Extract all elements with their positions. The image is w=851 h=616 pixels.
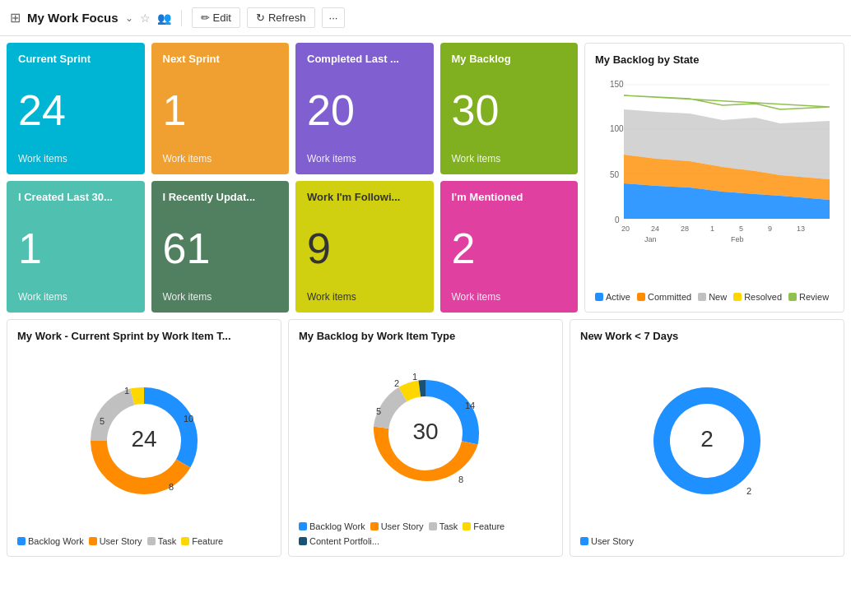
- new-work-donut-panel: New Work < 7 Days 2 2 User Story: [570, 319, 844, 557]
- completed-last-tile[interactable]: Completed Last ... 20 Work items: [295, 43, 434, 174]
- my-backlog-tile[interactable]: My Backlog 30 Work items: [440, 43, 579, 174]
- backlog-work-dot: [17, 537, 26, 545]
- legend-review: Review: [788, 292, 829, 302]
- user-story-label: User Story: [100, 536, 142, 546]
- legend-feature: Feature: [181, 536, 223, 546]
- backlog-donut-panel: My Backlog by Work Item Type: [288, 319, 563, 557]
- i-created-subtitle: Work items: [18, 291, 133, 303]
- legend-backlog-work: Backlog Work: [17, 536, 84, 546]
- backlog-state-chart-title: My Backlog by State: [595, 53, 834, 66]
- work-following-number: 9: [307, 206, 422, 291]
- title-chevron-icon[interactable]: ⌄: [125, 12, 133, 24]
- svg-text:28: 28: [681, 225, 689, 233]
- edit-button[interactable]: ✏ Edit: [192, 7, 240, 28]
- backlog-state-chart: 150 100 50 0: [595, 72, 834, 285]
- refresh-icon: ↻: [256, 12, 265, 24]
- svg-text:5: 5: [739, 225, 743, 233]
- svg-text:5: 5: [376, 406, 381, 416]
- current-sprint-donut-svg: 24 10 8 5 1: [62, 363, 226, 519]
- i-created-title: I Created Last 30...: [18, 191, 133, 203]
- task-label: Task: [158, 536, 177, 546]
- current-sprint-donut-container: 24 10 8 5 1: [17, 349, 271, 533]
- my-backlog-number: 30: [452, 68, 567, 153]
- my-backlog-title: My Backlog: [452, 53, 567, 65]
- svg-text:10: 10: [184, 414, 193, 424]
- backlog-donut-svg: 30 14 8 5 2 1: [343, 355, 508, 512]
- next-sprint-subtitle: Work items: [163, 153, 278, 164]
- svg-text:30: 30: [412, 419, 438, 444]
- work-following-subtitle: Work items: [307, 291, 422, 303]
- svg-text:1: 1: [710, 225, 714, 233]
- user-story-label-3: User Story: [591, 536, 634, 546]
- edit-icon: ✏: [201, 12, 210, 24]
- next-sprint-tile[interactable]: Next Sprint 1 Work items: [151, 43, 290, 174]
- i-created-tile[interactable]: I Created Last 30... 1 Work items: [7, 181, 145, 313]
- bottom-row: My Work - Current Sprint by Work Item T.…: [7, 319, 844, 557]
- i-recently-title: I Recently Updat...: [163, 191, 278, 203]
- content-portfolio-label: Content Portfoli...: [309, 536, 379, 546]
- legend-user-story-3: User Story: [580, 536, 634, 546]
- legend-user-story: User Story: [89, 536, 142, 546]
- my-backlog-subtitle: Work items: [452, 153, 567, 164]
- legend-task: Task: [147, 536, 177, 546]
- im-mentioned-tile[interactable]: I'm Mentioned 2 Work items: [440, 181, 579, 313]
- legend-backlog-work-2: Backlog Work: [299, 521, 365, 531]
- area-chart-svg: 150 100 50 0: [595, 72, 834, 253]
- i-recently-number: 61: [163, 206, 278, 291]
- backlog-work-dot-2: [299, 522, 307, 530]
- im-mentioned-number: 2: [452, 206, 567, 291]
- svg-text:1: 1: [124, 386, 129, 396]
- i-recently-tile[interactable]: I Recently Updat... 61 Work items: [151, 181, 290, 313]
- completed-last-title: Completed Last ...: [307, 53, 422, 65]
- tiles-row-2: I Created Last 30... 1 Work items I Rece…: [7, 181, 578, 313]
- resolved-label: Resolved: [744, 292, 782, 302]
- more-button[interactable]: ···: [322, 7, 346, 28]
- backlog-state-chart-panel: My Backlog by State 150 100 50 0: [584, 43, 844, 313]
- current-sprint-tile[interactable]: Current Sprint 24 Work items: [7, 43, 145, 174]
- legend-user-story-2: User Story: [370, 521, 424, 531]
- svg-text:2: 2: [746, 486, 751, 496]
- user-story-dot-3: [580, 537, 588, 545]
- current-sprint-donut-legend: Backlog Work User Story Task Feature: [17, 536, 271, 546]
- refresh-button[interactable]: ↻ Refresh: [247, 7, 315, 28]
- current-sprint-title: Current Sprint: [18, 53, 133, 65]
- user-story-dot: [89, 537, 97, 545]
- committed-label: Committed: [648, 292, 691, 302]
- legend-new: New: [698, 292, 727, 302]
- svg-text:20: 20: [621, 225, 630, 233]
- current-sprint-donut-title: My Work - Current Sprint by Work Item T.…: [17, 330, 271, 342]
- legend-feature-2: Feature: [463, 521, 505, 531]
- team-icon[interactable]: 👥: [157, 12, 171, 25]
- new-dot: [698, 293, 706, 301]
- new-work-donut-container: 2 2: [580, 349, 834, 533]
- active-dot: [595, 293, 603, 301]
- svg-text:50: 50: [610, 170, 620, 179]
- legend-active: Active: [595, 292, 630, 302]
- svg-text:100: 100: [610, 124, 624, 133]
- resolved-dot: [733, 293, 742, 301]
- current-sprint-number: 24: [18, 68, 133, 153]
- user-story-label-2: User Story: [381, 521, 424, 531]
- next-sprint-title: Next Sprint: [163, 53, 278, 65]
- task-dot-2: [429, 522, 437, 530]
- tiles-container: Current Sprint 24 Work items Next Sprint…: [7, 43, 578, 313]
- legend-resolved: Resolved: [733, 292, 782, 302]
- svg-text:24: 24: [131, 426, 156, 452]
- svg-text:2: 2: [394, 378, 399, 388]
- user-story-dot-2: [370, 522, 379, 530]
- feature-dot-2: [463, 522, 471, 530]
- header: ⊞ My Work Focus ⌄ ☆ 👥 ✏ Edit ↻ Refresh ·…: [0, 0, 851, 36]
- favorite-icon[interactable]: ☆: [140, 12, 151, 25]
- top-section: Current Sprint 24 Work items Next Sprint…: [7, 43, 844, 313]
- tiles-row-1: Current Sprint 24 Work items Next Sprint…: [7, 43, 578, 174]
- content-portfolio-dot: [299, 537, 307, 545]
- review-dot: [788, 293, 797, 301]
- svg-text:2: 2: [700, 426, 714, 452]
- main-content: Current Sprint 24 Work items Next Sprint…: [0, 36, 851, 563]
- new-work-donut-legend: User Story: [580, 536, 834, 546]
- im-mentioned-title: I'm Mentioned: [452, 191, 567, 203]
- work-following-tile[interactable]: Work I'm Followi... 9 Work items: [295, 181, 434, 313]
- task-dot: [147, 537, 156, 545]
- current-sprint-donut-panel: My Work - Current Sprint by Work Item T.…: [7, 319, 281, 557]
- completed-last-subtitle: Work items: [307, 153, 422, 164]
